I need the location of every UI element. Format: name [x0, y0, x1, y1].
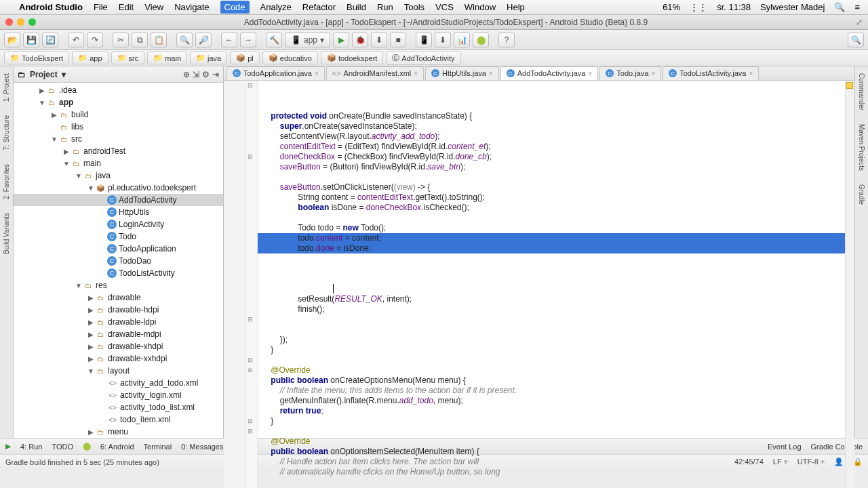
tree-item[interactable]: ▶🗀.idea — [14, 84, 223, 96]
project-tree[interactable]: ▶🗀.idea▼🗀app▶🗀build🗀libs▼🗀src▶🗀androidTe… — [14, 83, 223, 438]
strip-favorites[interactable]: 2: Favorites — [3, 164, 10, 199]
menu-analyze[interactable]: Analyze — [260, 2, 292, 12]
tree-item[interactable]: ▶🗀drawable-xxhdpi — [14, 352, 223, 365]
expand-icon[interactable]: ▼ — [87, 367, 95, 375]
tree-item[interactable]: ▼🗀java — [14, 169, 223, 182]
menu-file[interactable]: File — [94, 2, 108, 12]
line-number-gutter[interactable] — [224, 81, 245, 488]
menu-vcs[interactable]: VCS — [435, 2, 454, 12]
stop-button[interactable]: ■ — [390, 33, 406, 47]
tree-item[interactable]: <>activity_login.xml — [14, 389, 223, 401]
menu-view[interactable]: View — [144, 2, 163, 12]
tree-item[interactable]: ▶🗀menu — [14, 426, 223, 438]
tree-item[interactable]: ▼🗀main — [14, 157, 223, 169]
crumb-pl[interactable]: 📦 pl — [230, 52, 260, 64]
cut-button[interactable]: ✂ — [113, 33, 129, 47]
save-button[interactable]: 💾 — [23, 33, 39, 47]
avd-button[interactable]: 📱 — [416, 33, 432, 47]
forward-button[interactable]: → — [240, 33, 256, 47]
bottom-terminal[interactable]: Terminal — [144, 443, 172, 451]
tree-item[interactable]: CLoginActivity — [14, 218, 223, 230]
expand-icon[interactable]: ▶ — [87, 319, 95, 326]
run-button[interactable]: ▶ — [333, 33, 349, 47]
open-button[interactable]: 📂 — [4, 33, 20, 47]
close-tab-icon[interactable]: × — [414, 70, 418, 77]
minimize-window-icon[interactable] — [17, 18, 24, 26]
expand-icon[interactable]: ▶ — [87, 306, 95, 314]
help-button[interactable]: ? — [498, 33, 515, 47]
undo-button[interactable]: ↶ — [68, 33, 84, 47]
code-editor[interactable]: ⊟ ⊞ ⊟ ⊟ ⊖ ⊟ ⊟ protected void onCreate(Bu… — [224, 81, 854, 488]
expand-icon[interactable]: ▼ — [50, 136, 58, 143]
menu-navigate[interactable]: Navigate — [174, 2, 209, 12]
tree-item[interactable]: ▶🗀drawable-mdpi — [14, 328, 223, 340]
tree-item[interactable]: ▶🗀drawable — [14, 291, 223, 304]
fullscreen-icon[interactable]: ⤢ — [850, 18, 868, 27]
expand-icon[interactable]: ▼ — [75, 282, 83, 289]
close-tab-icon[interactable]: × — [489, 70, 493, 77]
expand-icon[interactable]: ▼ — [75, 172, 83, 180]
collapse-icon[interactable]: ⇲ — [193, 70, 199, 79]
expand-icon[interactable]: ▼ — [87, 184, 95, 192]
tree-item[interactable]: ▼🗀res — [14, 279, 223, 291]
tree-item[interactable]: CTodoListActivity — [14, 267, 223, 279]
crumb-src[interactable]: 📁 src — [111, 52, 145, 64]
crumb-module[interactable]: 📁 app — [72, 52, 108, 64]
lock-icon[interactable]: 🔒 — [853, 458, 863, 466]
tree-item[interactable]: CTodo — [14, 230, 223, 243]
code-content[interactable]: protected void onCreate(Bundle savedInst… — [258, 81, 845, 488]
expand-icon[interactable]: ▶ — [62, 148, 71, 155]
sync-button[interactable]: 🔄 — [42, 33, 58, 47]
menu-code[interactable]: Code — [220, 1, 250, 14]
attach-button[interactable]: ⬇ — [371, 33, 387, 47]
editor-tab[interactable]: CAddTodoActivity.java× — [500, 66, 599, 80]
search-everywhere-button[interactable]: 🔍 — [848, 33, 864, 47]
tree-item[interactable]: ▼🗀layout — [14, 365, 223, 377]
crumb-todoekspert[interactable]: 📦 todoekspert — [321, 52, 383, 64]
bottom-messages[interactable]: 0: Messages — [181, 443, 223, 451]
tree-item[interactable]: ▼🗀app — [14, 96, 223, 108]
expand-icon[interactable]: ▶ — [87, 343, 95, 350]
strip-project[interactable]: 1: Project — [3, 73, 10, 102]
tree-item[interactable]: 🗀libs — [14, 121, 223, 133]
run-config-selector[interactable]: 📱 app ▾ — [285, 33, 330, 47]
hide-icon[interactable]: ⇥ — [212, 70, 219, 79]
tree-item[interactable]: ▼🗀src — [14, 133, 223, 145]
android-button[interactable]: ⬤ — [473, 33, 489, 47]
redo-button[interactable]: ↷ — [87, 33, 103, 47]
user-name[interactable]: Sylwester Madej — [760, 2, 825, 12]
expand-icon[interactable]: ▶ — [87, 355, 95, 363]
strip-commander[interactable]: Commander — [858, 73, 865, 110]
tree-item[interactable]: ▼📦pl.educativo.todoekspert — [14, 182, 223, 194]
wifi-icon[interactable]: ⋮⋮ — [690, 2, 707, 12]
datetime[interactable]: śr. 11:38 — [717, 2, 751, 12]
bottom-run[interactable]: 4: Run — [20, 443, 42, 451]
tree-item[interactable]: ▶🗀androidTest — [14, 145, 223, 157]
expand-icon[interactable]: ▶ — [50, 111, 58, 119]
menu-extras-icon[interactable]: ≡ — [854, 2, 860, 12]
tree-item[interactable]: <>activity_todo_list.xml — [14, 401, 223, 413]
zoom-window-icon[interactable] — [28, 18, 36, 26]
close-tab-icon[interactable]: × — [315, 70, 319, 77]
menu-build[interactable]: Build — [347, 2, 366, 12]
fold-gutter[interactable]: ⊟ ⊞ ⊟ ⊟ ⊖ ⊟ ⊟ — [245, 81, 258, 488]
back-button[interactable]: ← — [221, 33, 237, 47]
expand-icon[interactable]: ▶ — [87, 331, 95, 338]
tree-item[interactable]: ▶🗀drawable-hdpi — [14, 304, 223, 316]
debug-button[interactable]: 🐞 — [352, 33, 368, 47]
menu-window[interactable]: Window — [465, 2, 496, 12]
expand-icon[interactable]: ▶ — [38, 87, 46, 94]
crumb-java[interactable]: 📁 java — [190, 52, 227, 64]
tree-item[interactable]: <>todo_item.xml — [14, 413, 223, 426]
strip-structure[interactable]: 7: Structure — [3, 115, 10, 150]
close-tab-icon[interactable]: × — [749, 70, 753, 77]
tree-item[interactable]: ▶🗀drawable-xhdpi — [14, 340, 223, 352]
strip-build-variants[interactable]: Build Variants — [3, 213, 10, 254]
strip-gradle[interactable]: Gradle — [858, 184, 865, 205]
battery-status[interactable]: 61% — [663, 2, 680, 12]
editor-tab[interactable]: CTodoApplication.java× — [226, 66, 325, 80]
close-window-icon[interactable] — [5, 18, 13, 26]
settings-icon[interactable]: ⚙ — [202, 70, 210, 79]
copy-button[interactable]: ⧉ — [132, 33, 148, 47]
make-button[interactable]: 🔨 — [266, 33, 282, 47]
